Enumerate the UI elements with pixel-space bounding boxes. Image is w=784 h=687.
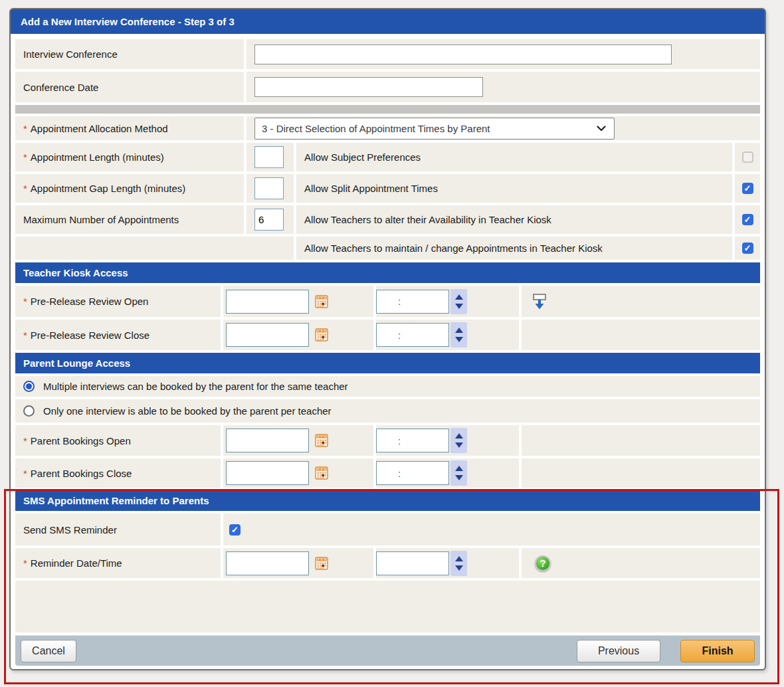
pre-release-open-time-input[interactable] — [376, 290, 449, 314]
appointment-gap-input[interactable] — [254, 177, 284, 199]
calendar-icon[interactable] — [313, 432, 330, 449]
row-appointment-length: *Appointment Length (minutes) Allow Subj… — [15, 143, 760, 171]
send-sms-label: Send SMS Reminder — [15, 514, 221, 545]
pre-release-close-time-input[interactable] — [376, 323, 449, 347]
row-radio-multiple: Multiple interviews can be booked by the… — [15, 376, 760, 397]
row-conference-date: Conference Date — [15, 72, 760, 102]
previous-button[interactable]: Previous — [577, 640, 660, 662]
interview-conference-label: Interview Conference — [15, 39, 244, 69]
pre-release-open-date-input[interactable] — [226, 290, 309, 314]
page: { "title": "Add a New Interview Conferen… — [0, 0, 784, 687]
allocation-method-select[interactable]: 3 - Direct Selection of Appointment Time… — [254, 118, 615, 140]
reminder-time-input[interactable] — [376, 551, 449, 575]
single-interview-radio-label: Only one interview is able to be booked … — [43, 405, 332, 417]
parent-bookings-close-time-input[interactable] — [376, 461, 449, 485]
required-marker: * — [23, 296, 27, 307]
row-allocation-method: *Appointment Allocation Method 3 - Direc… — [15, 116, 760, 140]
required-marker: * — [23, 468, 27, 479]
row-pre-release-open: *Pre-Release Review Open — [15, 286, 760, 317]
spinner-down-button[interactable] — [455, 475, 463, 480]
required-marker: * — [23, 557, 27, 569]
reminder-datetime-label: *Reminder Date/Time — [15, 548, 221, 578]
allow-split-checkbox[interactable] — [742, 183, 753, 194]
required-marker: * — [23, 435, 27, 446]
conference-form: Interview Conference Conference Date *Ap… — [11, 34, 765, 666]
appointment-gap-label: *Appointment Gap Length (minutes) — [15, 174, 244, 203]
reminder-date-input[interactable] — [226, 551, 309, 575]
multiple-interviews-radio[interactable] — [23, 381, 35, 392]
allow-subject-prefs-checkbox[interactable] — [742, 151, 753, 163]
row-appointment-gap: *Appointment Gap Length (minutes) Allow … — [15, 174, 760, 203]
spinner-down-button[interactable] — [455, 565, 463, 571]
spinner-up-button[interactable] — [455, 294, 463, 300]
spinner-down-button[interactable] — [455, 442, 463, 448]
time-spinner — [450, 460, 467, 486]
add-interview-conference-dialog: Add a New Interview Conference - Step 3 … — [9, 8, 766, 670]
send-sms-checkbox[interactable] — [229, 524, 241, 536]
required-marker: * — [23, 330, 27, 341]
single-interview-radio[interactable] — [23, 405, 35, 417]
row-parent-bookings-open: *Parent Bookings Open — [15, 425, 760, 456]
spinner-up-button[interactable] — [455, 466, 463, 471]
parent-bookings-close-label: *Parent Bookings Close — [15, 458, 221, 488]
allow-subject-prefs-label: Allow Subject Preferences — [296, 143, 732, 171]
parent-bookings-close-date-input[interactable] — [226, 461, 309, 485]
copy-value-down-icon[interactable] — [532, 293, 547, 310]
parent-bookings-open-date-input[interactable] — [226, 429, 309, 452]
empty-spacer-row — [15, 581, 760, 633]
spinner-down-button[interactable] — [455, 304, 463, 309]
allow-alter-availability-label: Allow Teachers to alter their Availabili… — [296, 205, 732, 234]
parent-bookings-open-label: *Parent Bookings Open — [15, 425, 221, 456]
time-spinner — [450, 289, 467, 314]
calendar-icon[interactable] — [313, 464, 330, 482]
row-radio-single: Only one interview is able to be booked … — [15, 399, 760, 423]
interview-conference-input[interactable] — [254, 45, 672, 64]
pre-release-open-label: *Pre-Release Review Open — [15, 286, 221, 317]
spinner-down-button[interactable] — [455, 337, 463, 342]
row-send-sms: Send SMS Reminder — [15, 514, 760, 545]
calendar-icon[interactable] — [313, 326, 330, 344]
conference-date-label: Conference Date — [15, 72, 244, 102]
allow-maintain-appointments-label: Allow Teachers to maintain / change Appo… — [296, 237, 732, 260]
max-appointments-input[interactable] — [254, 209, 284, 231]
cancel-button[interactable]: Cancel — [21, 640, 76, 662]
spinner-up-button[interactable] — [455, 328, 463, 333]
required-marker: * — [23, 151, 27, 163]
dialog-title: Add a New Interview Conference - Step 3 … — [11, 9, 765, 34]
parent-lounge-section-header: Parent Lounge Access — [15, 353, 760, 373]
required-marker: * — [23, 123, 27, 134]
spinner-up-button[interactable] — [455, 433, 463, 439]
allow-maintain-appointments-checkbox[interactable] — [742, 243, 753, 254]
allow-split-label: Allow Split Appointment Times — [296, 174, 732, 203]
row-maintain-appointments: Allow Teachers to maintain / change Appo… — [15, 237, 760, 260]
spinner-up-button[interactable] — [455, 556, 463, 561]
row-parent-bookings-close: *Parent Bookings Close — [15, 458, 760, 488]
multiple-interviews-radio-label: Multiple interviews can be booked by the… — [43, 381, 348, 392]
finish-button[interactable]: Finish — [680, 640, 755, 662]
appointment-length-label: *Appointment Length (minutes) — [15, 143, 244, 171]
pre-release-close-date-input[interactable] — [226, 323, 309, 347]
row-pre-release-close: *Pre-Release Review Close — [15, 320, 760, 350]
required-marker: * — [23, 183, 27, 194]
help-icon[interactable] — [535, 555, 551, 571]
parent-bookings-open-time-input[interactable] — [376, 429, 449, 452]
pre-release-close-label: *Pre-Release Review Close — [15, 320, 221, 350]
section-divider — [15, 105, 760, 114]
time-spinner — [450, 322, 467, 347]
sms-reminder-section-header: SMS Appointment Reminder to Parents — [15, 490, 760, 511]
appointment-length-input[interactable] — [254, 146, 284, 168]
row-reminder-datetime: *Reminder Date/Time — [15, 548, 760, 578]
time-spinner — [450, 551, 467, 576]
allocation-method-label: *Appointment Allocation Method — [15, 116, 244, 140]
allocation-method-selected-value: 3 - Direct Selection of Appointment Time… — [262, 123, 490, 134]
max-appointments-label: Maximum Number of Appointments — [15, 205, 244, 234]
calendar-icon[interactable] — [313, 555, 330, 572]
calendar-icon[interactable] — [313, 293, 330, 310]
conference-date-input[interactable] — [254, 77, 483, 97]
teacher-kiosk-section-header: Teacher Kiosk Access — [15, 262, 760, 283]
allow-alter-availability-checkbox[interactable] — [742, 214, 753, 225]
chevron-down-icon — [597, 126, 606, 132]
row-max-appointments: Maximum Number of Appointments Allow Tea… — [15, 205, 760, 234]
row-interview-conference: Interview Conference — [15, 39, 760, 69]
time-spinner — [450, 428, 467, 453]
